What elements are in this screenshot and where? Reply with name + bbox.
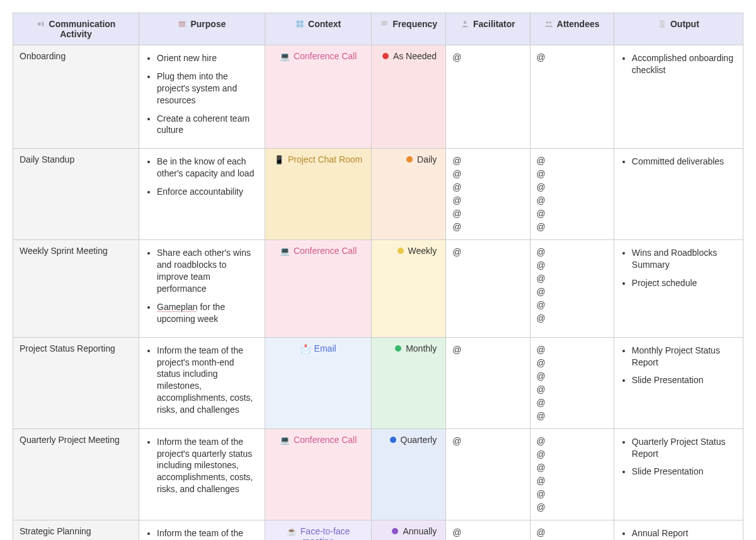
purpose-cell[interactable]: Orient new hirePlug them into the projec…	[139, 45, 265, 149]
header-context[interactable]: Context	[265, 13, 372, 45]
table-row: OnboardingOrient new hirePlug them into …	[13, 45, 743, 149]
mention-placeholder[interactable]: @	[537, 312, 607, 325]
mention-placeholder[interactable]: @	[537, 246, 607, 259]
purpose-cell[interactable]: Inform the team of the project's quarter…	[139, 428, 265, 520]
header-purpose[interactable]: Purpose	[139, 13, 265, 45]
mention-placeholder[interactable]: @	[537, 221, 607, 234]
activity-cell[interactable]: Strategic Planning	[13, 520, 139, 540]
context-cell[interactable]: 💻Conference Call	[265, 240, 372, 337]
frequency-cell[interactable]: Quarterly	[372, 428, 446, 520]
output-cell[interactable]: Committed deliverables	[614, 149, 743, 240]
frequency-cell[interactable]: As Needed	[372, 45, 446, 149]
status-dot	[392, 528, 398, 534]
mention-placeholder[interactable]: @	[537, 448, 607, 461]
mention-placeholder[interactable]: @	[452, 168, 523, 181]
facilitator-cell[interactable]: @	[446, 428, 530, 520]
mention-placeholder[interactable]: @	[537, 410, 607, 423]
header-attendees[interactable]: Attendees	[530, 13, 614, 45]
header-activity[interactable]: Communication Activity	[13, 13, 139, 45]
attendees-cell[interactable]: @@@@@@	[530, 337, 614, 428]
context-cell[interactable]: 💻Conference Call	[265, 45, 372, 149]
mention-placeholder[interactable]: @	[452, 221, 523, 234]
mention-placeholder[interactable]: @	[537, 285, 607, 299]
attendees-cell[interactable]: @	[530, 45, 614, 149]
mention-placeholder[interactable]: @	[537, 272, 607, 285]
purpose-cell[interactable]: Be in the know of each other's capacity …	[139, 149, 265, 240]
calendar-icon	[178, 20, 186, 28]
frequency-cell[interactable]: Weekly	[372, 240, 446, 337]
frequency-cell[interactable]: Monthly	[372, 337, 446, 428]
purpose-cell[interactable]: Share each other's wins and roadblocks t…	[139, 240, 265, 337]
svg-point-6	[464, 21, 467, 24]
output-cell[interactable]: Annual ReportSlide Presentation	[614, 520, 743, 540]
output-cell[interactable]: Accomplished onboarding checklist	[614, 45, 743, 149]
purpose-cell[interactable]: Inform the team of the project's annual …	[139, 520, 265, 540]
mention-placeholder[interactable]: @	[537, 435, 607, 448]
facilitator-cell[interactable]: @	[446, 520, 530, 540]
activity-cell[interactable]: Quarterly Project Meeting	[13, 428, 139, 520]
output-cell[interactable]: Wins and Roadblocks SummaryProject sched…	[614, 240, 743, 337]
activity-cell[interactable]: Onboarding	[13, 45, 139, 149]
activity-cell[interactable]: Project Status Reporting	[13, 337, 139, 428]
mention-placeholder[interactable]: @	[452, 526, 523, 539]
mention-placeholder[interactable]: @	[537, 370, 607, 383]
mention-placeholder[interactable]: @	[537, 488, 607, 501]
mention-placeholder[interactable]: @	[452, 51, 523, 64]
purpose-cell[interactable]: Inform the team of the project's month-e…	[139, 337, 265, 428]
attendees-cell[interactable]: @@@@@@	[530, 240, 614, 337]
context-cell[interactable]: 💻Conference Call	[265, 428, 372, 520]
attendees-cell[interactable]: @@@@@@	[530, 149, 614, 240]
context-cell[interactable]: 📱Project Chat Room	[265, 149, 372, 240]
mention-placeholder[interactable]: @	[537, 383, 607, 396]
output-item: Project schedule	[632, 277, 736, 289]
frequency-cell[interactable]: Daily	[372, 149, 446, 240]
conference_call-icon: 💻	[280, 52, 290, 61]
mention-placeholder[interactable]: @	[537, 461, 607, 474]
facilitator-cell[interactable]: @	[446, 45, 530, 149]
mention-placeholder[interactable]: @	[537, 181, 607, 194]
mention-placeholder[interactable]: @	[537, 474, 607, 488]
table-row: Daily StandupBe in the know of each othe…	[13, 149, 743, 240]
output-cell[interactable]: Quarterly Project Status ReportSlide Pre…	[614, 428, 743, 520]
mention-placeholder[interactable]: @	[537, 168, 607, 181]
mention-placeholder[interactable]: @	[452, 435, 523, 448]
mention-placeholder[interactable]: @	[537, 207, 607, 221]
activity-cell[interactable]: Daily Standup	[13, 149, 139, 240]
table-row: Weekly Sprint MeetingShare each other's …	[13, 240, 743, 337]
mention-placeholder[interactable]: @	[537, 396, 607, 410]
facilitator-cell[interactable]: @@@@@@	[446, 149, 530, 240]
header-frequency[interactable]: Frequency	[372, 13, 446, 45]
mention-placeholder[interactable]: @	[537, 501, 607, 514]
activity-cell[interactable]: Weekly Sprint Meeting	[13, 240, 139, 337]
context-cell[interactable]: 📩Email	[265, 337, 372, 428]
context-label: Conference Call	[294, 51, 357, 61]
attendees-cell[interactable]: @@	[530, 520, 614, 540]
mention-placeholder[interactable]: @	[452, 181, 523, 194]
mention-placeholder[interactable]: @	[537, 357, 607, 370]
frequency-cell[interactable]: Annually	[372, 520, 446, 540]
mention-placeholder[interactable]: @	[452, 207, 523, 221]
facilitator-cell[interactable]: @	[446, 240, 530, 337]
mention-placeholder[interactable]: @	[452, 194, 523, 207]
mention-placeholder[interactable]: @	[537, 154, 607, 168]
mention-placeholder[interactable]: @	[452, 246, 523, 259]
header-activity-label: Communication Activity	[49, 19, 116, 39]
mention-placeholder[interactable]: @	[452, 154, 523, 168]
mention-placeholder[interactable]: @	[452, 343, 523, 357]
context-cell[interactable]: ☕Face-to-face meeting	[265, 520, 372, 540]
header-output[interactable]: Output	[614, 13, 743, 45]
mention-placeholder[interactable]: @	[537, 299, 607, 312]
header-facilitator[interactable]: Facilitator	[446, 13, 530, 45]
mention-placeholder[interactable]: @	[537, 51, 607, 64]
mention-placeholder[interactable]: @	[537, 259, 607, 272]
mention-placeholder[interactable]: @	[537, 343, 607, 357]
mention-placeholder[interactable]: @	[537, 194, 607, 207]
output-cell[interactable]: Monthly Project Status ReportSlide Prese…	[614, 337, 743, 428]
svg-point-7	[546, 21, 549, 24]
conference_call-icon: 💻	[280, 246, 290, 256]
facilitator-cell[interactable]: @	[446, 337, 530, 428]
attendees-cell[interactable]: @@@@@@	[530, 428, 614, 520]
header-attendees-label: Attendees	[557, 19, 600, 29]
purpose-item: Create a coherent team culture	[157, 113, 258, 137]
mention-placeholder[interactable]: @	[537, 526, 607, 539]
